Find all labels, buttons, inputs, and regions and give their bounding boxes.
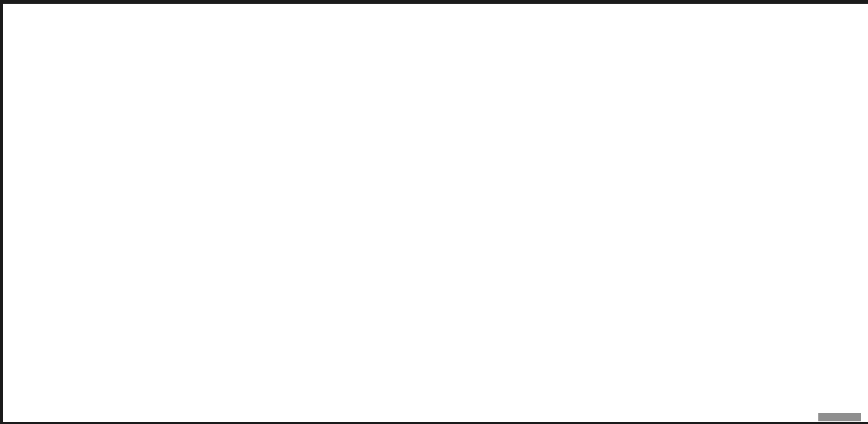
scrollbar-thumb[interactable]	[818, 413, 861, 421]
window-edge-bottom	[0, 422, 868, 424]
window-edge-left	[0, 0, 3, 424]
window-edge-top	[0, 0, 868, 4]
chart-window	[0, 0, 868, 424]
price-chart-canvas[interactable]	[0, 0, 868, 424]
